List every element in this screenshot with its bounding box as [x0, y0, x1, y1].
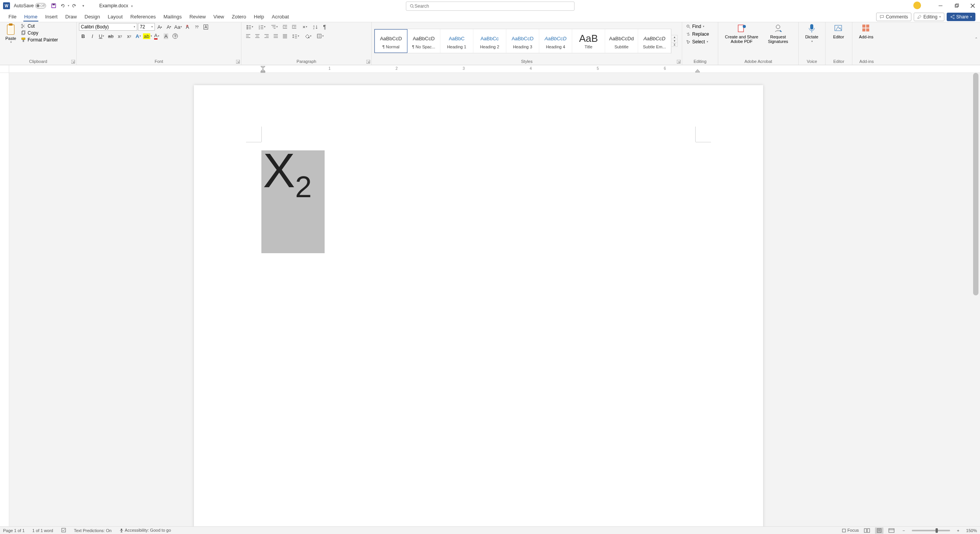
style-item[interactable]: AaBbCcDSubtle Em...: [638, 29, 671, 53]
qat-customize-button[interactable]: ▾: [79, 2, 87, 10]
tab-references[interactable]: References: [126, 12, 159, 21]
asian-layout-button[interactable]: ✕▾: [299, 23, 310, 31]
style-item[interactable]: AaBbCcHeading 2: [473, 29, 506, 53]
tab-view[interactable]: View: [210, 12, 228, 21]
tab-layout[interactable]: Layout: [104, 12, 126, 21]
zoom-slider[interactable]: [912, 530, 950, 531]
document-page[interactable]: X2: [194, 85, 763, 526]
toggle-switch[interactable]: Off: [35, 3, 46, 8]
tab-insert[interactable]: Insert: [41, 12, 62, 21]
shrink-font-button[interactable]: A▾: [165, 23, 173, 31]
print-layout-button[interactable]: [875, 527, 883, 534]
grow-font-button[interactable]: A▴: [156, 23, 164, 31]
search-input[interactable]: [415, 3, 571, 9]
copy-button[interactable]: Copy: [20, 30, 59, 36]
word-count[interactable]: 1 of 1 word: [32, 528, 53, 533]
paste-button[interactable]: Paste ▾: [2, 23, 19, 44]
text-effects-button[interactable]: A▾: [134, 32, 143, 40]
style-item[interactable]: AaBbCcDdSubtitle: [605, 29, 638, 53]
read-mode-button[interactable]: [863, 527, 871, 534]
change-case-button[interactable]: Aa▾: [174, 23, 182, 31]
restore-button[interactable]: [952, 2, 961, 10]
comments-button[interactable]: Comments: [876, 13, 911, 21]
undo-button[interactable]: [59, 2, 67, 10]
clear-formatting-button[interactable]: A⊘: [183, 23, 192, 31]
user-avatar[interactable]: [913, 2, 921, 9]
font-color-button[interactable]: A▾: [153, 32, 161, 40]
tab-review[interactable]: Review: [185, 12, 210, 21]
font-size-combo[interactable]: 72▾: [138, 23, 155, 31]
style-item[interactable]: AaBTitle: [572, 29, 605, 53]
text-predictions-status[interactable]: Text Predictions: On: [74, 528, 112, 533]
highlight-button[interactable]: ab▾: [143, 32, 152, 40]
styles-dialog-launcher[interactable]: [677, 60, 681, 64]
scrollbar-thumb[interactable]: [973, 73, 978, 295]
redo-button[interactable]: [70, 2, 78, 10]
share-button[interactable]: Share ▾: [947, 13, 975, 21]
align-center-button[interactable]: [253, 32, 261, 40]
clipboard-dialog-launcher[interactable]: [71, 60, 75, 64]
sort-button[interactable]: AZ: [311, 23, 320, 31]
styles-expand[interactable]: ⊻: [671, 43, 677, 46]
increase-indent-button[interactable]: [290, 23, 298, 31]
shading-button[interactable]: ▾: [302, 32, 314, 40]
font-dialog-launcher[interactable]: [236, 60, 240, 64]
strikethrough-button[interactable]: ab: [107, 32, 115, 40]
underline-button[interactable]: U▾: [97, 32, 106, 40]
tab-design[interactable]: Design: [81, 12, 104, 21]
style-item[interactable]: AaBbCcD¶ No Spac...: [407, 29, 440, 53]
undo-dropdown-icon[interactable]: ▾: [68, 4, 69, 7]
decrease-indent-button[interactable]: [281, 23, 289, 31]
tab-home[interactable]: Home: [20, 12, 41, 21]
style-item[interactable]: AaBbCcDHeading 4: [539, 29, 572, 53]
request-signatures-button[interactable]: Request Signatures: [763, 23, 793, 44]
zoom-level[interactable]: 150%: [966, 528, 977, 533]
borders-button[interactable]: ▾: [314, 32, 326, 40]
zoom-slider-thumb[interactable]: [936, 528, 938, 533]
superscript-button[interactable]: x2: [125, 32, 133, 40]
justify-button[interactable]: [271, 32, 280, 40]
style-item[interactable]: AaBbCcD¶ Normal: [374, 29, 407, 53]
addins-button[interactable]: Add-ins: [855, 23, 878, 39]
phonetic-guide-button[interactable]: ⁇: [192, 23, 201, 31]
vertical-scrollbar[interactable]: [973, 73, 979, 526]
tab-file[interactable]: File: [5, 12, 20, 21]
autosave-toggle[interactable]: AutoSave Off: [14, 3, 46, 8]
web-layout-button[interactable]: [887, 527, 896, 534]
bold-button[interactable]: B: [79, 32, 87, 40]
zoom-out-button[interactable]: −: [900, 527, 908, 534]
select-button[interactable]: Select▾: [685, 38, 711, 45]
styles-gallery[interactable]: AaBbCcD¶ NormalAaBbCcD¶ No Spac...AaBbCH…: [374, 29, 671, 53]
tab-zotero[interactable]: Zotero: [228, 12, 250, 21]
distributed-button[interactable]: [281, 32, 289, 40]
bullets-button[interactable]: ▾: [244, 23, 255, 31]
tab-draw[interactable]: Draw: [61, 12, 80, 21]
spell-check-icon[interactable]: [61, 527, 66, 534]
page-count[interactable]: Page 1 of 1: [3, 528, 25, 533]
character-border-button[interactable]: A: [202, 23, 210, 31]
find-button[interactable]: Find▾: [685, 23, 711, 30]
save-button[interactable]: [50, 2, 57, 10]
show-hide-button[interactable]: ¶: [320, 23, 329, 31]
style-item[interactable]: AaBbCcDHeading 3: [506, 29, 539, 53]
subscript-button[interactable]: x2: [116, 32, 124, 40]
align-left-button[interactable]: [244, 32, 252, 40]
tab-help[interactable]: Help: [250, 12, 268, 21]
tab-acrobat[interactable]: Acrobat: [268, 12, 293, 21]
cut-button[interactable]: Cut: [20, 23, 59, 29]
font-name-combo[interactable]: Calibri (Body)▾: [79, 23, 137, 31]
zoom-in-button[interactable]: +: [954, 527, 962, 534]
italic-button[interactable]: I: [88, 32, 97, 40]
dictate-button[interactable]: Dictate ▾: [801, 23, 822, 43]
document-text[interactable]: X2: [263, 147, 312, 202]
collapse-ribbon-button[interactable]: ⌃: [975, 37, 978, 41]
styles-scroll-up[interactable]: ▴: [671, 35, 677, 39]
accessibility-status[interactable]: Accessibility: Good to go: [119, 528, 171, 533]
multilevel-list-button[interactable]: ▾: [268, 23, 280, 31]
replace-button[interactable]: Replace: [685, 31, 711, 38]
paragraph-dialog-launcher[interactable]: [366, 60, 370, 64]
create-share-pdf-button[interactable]: Create and Share Adobe PDF: [721, 23, 763, 44]
numbering-button[interactable]: 123▾: [256, 23, 268, 31]
line-spacing-button[interactable]: ▾: [290, 32, 301, 40]
styles-scroll-down[interactable]: ▾: [671, 39, 677, 43]
